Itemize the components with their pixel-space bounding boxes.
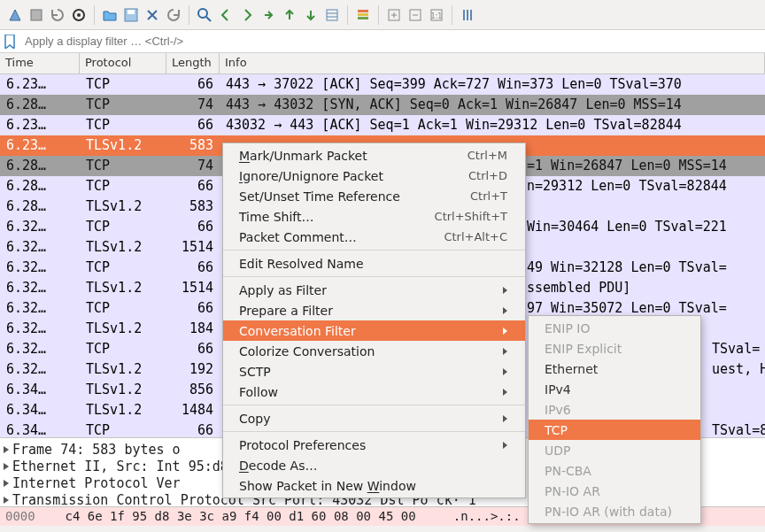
svg-rect-9: [358, 17, 368, 19]
menu-item-protocol-preferences[interactable]: Protocol Preferences: [223, 435, 525, 455]
auto-scroll-icon[interactable]: [322, 5, 342, 25]
menu-shortcut: Ctrl+Shift+T: [435, 210, 507, 223]
cell-protocol: TLSv1.2: [81, 197, 167, 217]
go-first-icon[interactable]: [280, 5, 299, 25]
cell-protocol: TLSv1.2: [81, 359, 167, 380]
expand-icon[interactable]: [4, 463, 9, 470]
menu-separator: [223, 250, 525, 251]
find-packet-icon[interactable]: [195, 5, 214, 25]
packet-row[interactable]: 6.28…TCP74443 → 43032 [SYN, ACK] Seq=0 A…: [0, 95, 765, 115]
menu-item-copy[interactable]: Copy: [223, 408, 525, 428]
cell-time: 6.34…: [1, 420, 81, 437]
cell-time: 6.32…: [1, 298, 81, 319]
cell-protocol: TLSv1.2: [81, 278, 167, 298]
display-filter-input[interactable]: [21, 33, 761, 50]
menu-item-prepare-a-filter[interactable]: Prepare a Filter: [223, 300, 525, 320]
menu-item-mark-unmark-packet[interactable]: Mark/Unmark PacketCtrl+M: [223, 145, 525, 166]
packet-list-header: Time Protocol Length Info: [0, 53, 765, 74]
svg-rect-8: [358, 13, 368, 16]
menu-shortcut: Ctrl+T: [470, 189, 507, 203]
menu-item-edit-resolved-name[interactable]: Edit Resolved Name: [223, 253, 525, 274]
capture-options-icon[interactable]: [69, 5, 89, 25]
menu-item-label: Prepare a Filter: [239, 304, 333, 318]
cell-protocol: TCP: [81, 298, 167, 319]
col-header-length[interactable]: Length: [166, 53, 220, 73]
menu-item-colorize-conversation[interactable]: Colorize Conversation: [223, 341, 525, 361]
bookmark-icon[interactable]: [4, 35, 18, 49]
reload-icon[interactable]: [164, 5, 183, 25]
open-file-icon[interactable]: [100, 5, 120, 25]
col-header-protocol[interactable]: Protocol: [80, 53, 166, 73]
cell-time: 6.28…: [1, 176, 81, 197]
menu-item-set-unset-time-reference[interactable]: Set/Unset Time ReferenceCtrl+T: [223, 186, 525, 206]
cell-length: 66: [167, 74, 220, 95]
menu-item-show-packet-in-new-window[interactable]: Show Packet in New Window: [223, 475, 525, 496]
cell-protocol: TCP: [81, 176, 167, 197]
menu-item-time-shift[interactable]: Time Shift…Ctrl+Shift+T: [223, 206, 525, 227]
menu-item-label: Apply as Filter: [239, 283, 327, 297]
expand-icon[interactable]: [4, 497, 9, 504]
svg-rect-7: [358, 10, 368, 12]
toolbar-separator: [189, 5, 189, 25]
cell-length: 184: [167, 319, 220, 339]
svg-text:1:1: 1:1: [431, 12, 443, 20]
go-last-icon[interactable]: [301, 5, 321, 25]
svg-point-2: [77, 13, 81, 17]
toolbar-separator: [347, 5, 348, 25]
packet-row[interactable]: 6.23…TCP66443 → 37022 [ACK] Seq=399 Ack=…: [0, 74, 765, 95]
menu-separator: [223, 405, 525, 405]
menu-shortcut: Ctrl+Alt+C: [444, 230, 507, 243]
menu-item-packet-comment[interactable]: Packet Comment…Ctrl+Alt+C: [223, 227, 525, 247]
zoom-out-icon[interactable]: [406, 5, 425, 25]
cell-time: 6.32…: [1, 278, 81, 298]
submenu-item-tcp[interactable]: TCP: [529, 420, 700, 440]
menu-item-decode-as[interactable]: Decode As…: [223, 455, 525, 475]
expand-icon[interactable]: [4, 480, 9, 487]
menu-item-label: Colorize Conversation: [239, 344, 375, 359]
go-to-packet-icon[interactable]: [259, 5, 278, 25]
display-filter-bar: [0, 30, 765, 53]
submenu-arrow-icon: [503, 287, 507, 294]
capture-restart-icon[interactable]: [48, 5, 67, 25]
menu-item-follow[interactable]: Follow: [223, 382, 525, 402]
capture-start-icon[interactable]: [5, 5, 25, 25]
cell-length: 1484: [167, 400, 220, 420]
packet-row[interactable]: 6.23…TCP6643032 → 443 [ACK] Seq=1 Ack=1 …: [0, 115, 765, 135]
resize-columns-icon[interactable]: [458, 5, 477, 25]
zoom-reset-icon[interactable]: 1:1: [427, 5, 446, 25]
cell-time: 6.28…: [1, 95, 81, 115]
submenu-item-ipv4[interactable]: IPv4: [529, 379, 700, 399]
menu-item-apply-as-filter[interactable]: Apply as Filter: [223, 280, 525, 300]
cell-time: 6.32…: [1, 217, 81, 237]
zoom-in-icon[interactable]: [384, 5, 404, 25]
capture-stop-icon[interactable]: [27, 5, 46, 25]
col-header-time[interactable]: Time: [0, 53, 80, 73]
menu-item-ignore-unignore-packet[interactable]: Ignore/Unignore PacketCtrl+D: [223, 166, 525, 186]
submenu-item-pn-io-ar: PN-IO AR: [529, 481, 700, 501]
col-header-info[interactable]: Info: [220, 53, 765, 73]
close-file-icon[interactable]: [143, 5, 162, 25]
go-forward-icon[interactable]: [237, 5, 257, 25]
toolbar-separator: [452, 5, 452, 25]
menu-item-sctp[interactable]: SCTP: [223, 361, 525, 382]
submenu-item-enip-explicit: ENIP Explicit: [529, 338, 700, 359]
menu-separator: [223, 276, 525, 277]
submenu-item-ethernet[interactable]: Ethernet: [529, 359, 700, 379]
menu-item-label: Edit Resolved Name: [239, 257, 364, 271]
submenu-arrow-icon: [503, 442, 507, 449]
cell-length: 74: [167, 156, 220, 176]
cell-protocol: TCP: [81, 339, 167, 359]
cell-length: 66: [167, 258, 220, 278]
save-file-icon[interactable]: [121, 5, 141, 25]
svg-rect-0: [31, 10, 42, 20]
cell-length: 66: [167, 217, 220, 237]
menu-separator: [223, 431, 525, 432]
menu-item-conversation-filter[interactable]: Conversation Filter: [223, 320, 525, 341]
go-back-icon[interactable]: [216, 5, 236, 25]
cell-protocol: TCP: [81, 115, 167, 135]
colorize-icon[interactable]: [353, 5, 373, 25]
submenu-arrow-icon: [503, 307, 507, 314]
expand-icon[interactable]: [4, 446, 9, 453]
cell-time: 6.34…: [1, 380, 81, 400]
cell-protocol: TLSv1.2: [81, 319, 167, 339]
